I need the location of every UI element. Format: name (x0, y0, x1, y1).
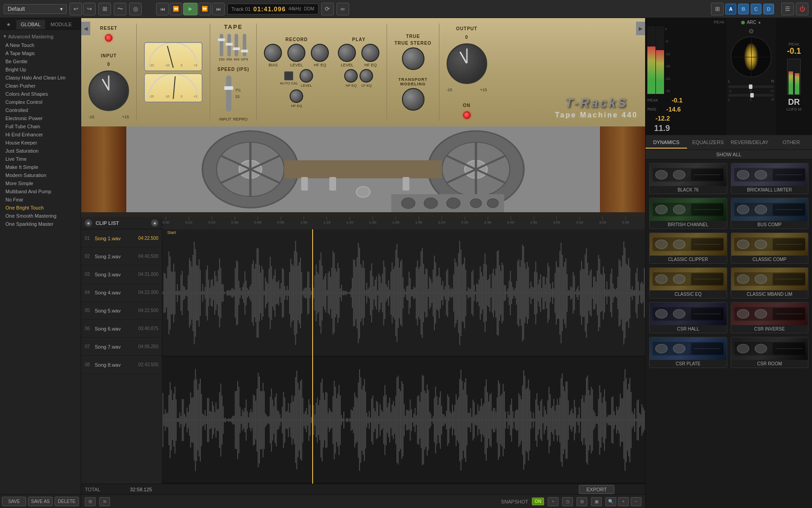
waveform-area[interactable]: Start (162, 229, 645, 484)
preset-item[interactable]: One Sparkling Master (0, 220, 81, 228)
plugin-card-classic-eq[interactable]: CLASSIC EQ (649, 267, 727, 298)
play-lfeq-knob[interactable] (360, 69, 373, 83)
link-btn[interactable]: ∞ (337, 3, 349, 15)
playhead[interactable] (312, 229, 313, 484)
power-btn[interactable]: ⏻ (796, 3, 808, 15)
record-hfeq2-knob[interactable] (290, 89, 303, 103)
snapshot-btn2[interactable]: ◷ (562, 497, 573, 506)
menu-btn[interactable]: ☰ (781, 3, 794, 15)
snapshot-btn3[interactable]: ⊞ (577, 497, 587, 506)
arc-label[interactable]: ARC (747, 20, 756, 25)
ab-button-a[interactable]: A (725, 4, 736, 14)
preset-item[interactable]: One Smooth Mastering (0, 212, 81, 220)
preset-item[interactable]: Bright Up (0, 65, 81, 74)
tape-slider-499[interactable]: 499 (233, 34, 239, 61)
save-button[interactable]: SAVE (2, 497, 26, 506)
plugin-card-brickwall-limiter[interactable]: BRICKWALL LIMITER (731, 163, 809, 194)
track-row[interactable]: 01 Song 1.wav 04:22.500 (81, 229, 162, 247)
on-led[interactable] (463, 112, 471, 119)
waveform-view-btn2[interactable]: ≋ (99, 497, 110, 506)
export-button[interactable]: EXPORT (579, 485, 614, 494)
preset-item[interactable]: Electronic Power (0, 114, 81, 122)
skip-start-button[interactable]: ⏮ (156, 3, 169, 15)
preset-item[interactable]: Just Saturation (0, 147, 81, 155)
rewind-button[interactable]: ⏪ (170, 3, 182, 15)
preset-item[interactable]: Classy Halo And Clean Lim (0, 74, 81, 82)
reset-led[interactable] (105, 34, 112, 42)
layout-btn[interactable]: ⊞ (98, 3, 111, 15)
forward-button[interactable]: ⏩ (198, 3, 211, 15)
redo-button[interactable]: ↪ (83, 3, 96, 15)
preset-item[interactable]: Hi End Enhancer (0, 130, 81, 139)
input-knob[interactable] (88, 70, 129, 111)
waveform-view-btn1[interactable]: ⊞ (85, 497, 96, 506)
tape-slider-250[interactable]: 250 (219, 34, 225, 61)
speed-slider[interactable] (226, 75, 231, 112)
plugin-card-bus-comp[interactable]: BUS COMP (731, 198, 809, 229)
preset-item[interactable]: More Simple (0, 179, 81, 187)
tape-slider-456[interactable]: 456 (226, 34, 232, 61)
plugin-card-csr-hall[interactable]: CSR HALL (649, 302, 727, 333)
true-stereo-knob[interactable] (402, 47, 424, 70)
transport-modeling-knob[interactable] (402, 88, 424, 111)
preset-item[interactable]: House Keeper (0, 139, 81, 147)
record-level2-knob[interactable] (300, 69, 313, 83)
plugin-nav-right[interactable]: ▶ (636, 22, 645, 35)
preset-item[interactable]: A Tape Magic (0, 49, 81, 57)
preset-dropdown[interactable]: Default ▾ (4, 4, 67, 14)
preset-item[interactable]: Multiband And Pump (0, 187, 81, 196)
loop-btn[interactable]: ⟳ (321, 3, 334, 15)
snapshot-btn4[interactable]: ▣ (591, 497, 602, 506)
track-row[interactable]: 05 Song 5.wav 04:22.500 (81, 302, 162, 320)
record-bias-knob[interactable] (264, 44, 282, 62)
plugin-card-classic-mband-lim[interactable]: CLASSIC MBAND LIM (731, 267, 809, 298)
record-level-knob[interactable] (287, 44, 305, 62)
target-btn[interactable]: ◎ (129, 3, 142, 15)
preset-item[interactable]: Complex Control (0, 98, 81, 106)
settings-icon[interactable]: ⚙ (748, 28, 754, 35)
add-clip-button[interactable]: ● (85, 219, 92, 227)
plugin-card-classic-clipper[interactable]: CLASSIC CLIPPER (649, 233, 727, 264)
play-level-knob[interactable] (338, 44, 356, 62)
scope-lr-slider2[interactable] (728, 94, 774, 97)
show-all-button[interactable]: SHOW ALL (646, 150, 812, 159)
preset-item[interactable]: A New Touch (0, 41, 81, 49)
play-hfeq2-knob[interactable] (344, 69, 358, 83)
track-row[interactable]: 02 Song 2.wav 04:40.500 (81, 247, 162, 266)
output-knob[interactable] (447, 43, 487, 84)
tape-slider-gp9[interactable]: GP9 (241, 34, 248, 61)
preset-item[interactable]: Controlled (0, 106, 81, 114)
plugin-card-csr-room[interactable]: CSR ROOM (731, 337, 809, 368)
zoom-add-btn[interactable]: + (618, 497, 629, 506)
plugin-tab-dynamics[interactable]: DYNAMICS (646, 137, 687, 149)
skip-end-button[interactable]: ⏭ (212, 3, 225, 15)
preset-item[interactable]: Be Gentle (0, 57, 81, 65)
tab-global[interactable]: GLOBAL (16, 20, 45, 29)
zoom-in-btn[interactable]: 🔍 (605, 497, 616, 506)
plugin-card-british-channel[interactable]: BRITISH CHANNEL (649, 198, 727, 229)
settings-top-btn[interactable]: ⊞ (711, 3, 724, 15)
preset-item[interactable]: Colors And Shapes (0, 90, 81, 98)
plugin-tab-reverb-delay[interactable]: REVERB/DELAY (729, 137, 770, 149)
preset-item[interactable]: Modern Saturation (0, 171, 81, 179)
zoom-sub-btn[interactable]: − (631, 497, 641, 506)
preset-item[interactable]: No Fear (0, 196, 81, 204)
ab-button-c[interactable]: C (751, 4, 761, 14)
track-row[interactable]: 04 Song 4.wav 04:22.000 (81, 284, 162, 302)
preset-item[interactable]: Make It Simple (0, 163, 81, 171)
scope-lr-slider[interactable] (728, 85, 774, 88)
plugin-card-classic-comp[interactable]: CLASSIC COMP (731, 233, 809, 264)
clip-list-expand[interactable]: ● (151, 219, 158, 227)
undo-button[interactable]: ↩ (69, 3, 82, 15)
plugin-tab-other[interactable]: OTHER (770, 137, 812, 149)
auto-cal-btn[interactable]: AUTO CAL (280, 71, 298, 85)
snapshot-on-indicator[interactable]: ON (532, 498, 544, 505)
preset-item[interactable]: One Bright Touch (0, 204, 81, 212)
wave-btn[interactable]: 〜 (114, 3, 126, 15)
plugin-tab-equalizers[interactable]: EQUALIZERS (687, 137, 729, 149)
plugin-card-black-76[interactable]: BLACK 76 (649, 163, 727, 194)
record-hfeq-knob[interactable] (311, 44, 329, 62)
snapshot-btn1[interactable]: + (548, 497, 558, 506)
track-row[interactable]: 06 Song 6.wav 03:40.875 (81, 320, 162, 338)
play-button[interactable]: ▶ (183, 3, 198, 15)
